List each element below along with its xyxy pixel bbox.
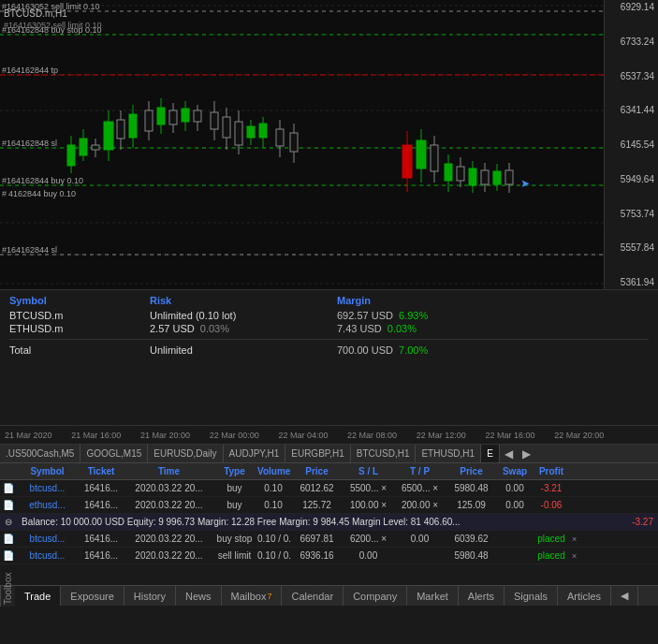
sym-tab-eurusd[interactable]: EURUSD,Daily — [148, 445, 223, 462]
pending-time-1: 2020.03.22 20... — [124, 534, 213, 544]
order-type-eth: buy — [213, 500, 256, 510]
sym-tab-eurgbp[interactable]: EURGBP,H1 — [285, 445, 351, 462]
balance-text: Balance: 10 000.00 USD Equity: 9 996.73 … — [17, 517, 632, 527]
total-row: Total Unlimited 700.00 USD 7.00% — [9, 344, 649, 356]
tab-articles[interactable]: Articles — [558, 586, 611, 606]
orders-col-price: Price — [291, 466, 343, 476]
total-margin: 700.00 USD 7.00% — [337, 344, 524, 356]
pending-price-1: 6697.81 — [291, 534, 343, 544]
pending-sl-2: 0.00 — [343, 550, 394, 561]
sym-tab-googl[interactable]: GOOGL,M15 — [80, 445, 148, 462]
pending-vol-1: 0.10 / 0... — [256, 534, 291, 544]
sym-tab-btcusd[interactable]: BTCUSD,H1 — [351, 445, 417, 462]
tab-news[interactable]: News — [176, 586, 222, 606]
svg-rect-48 — [169, 110, 177, 124]
svg-text:BTCUSD.m,H1: BTCUSD.m,H1 — [4, 8, 67, 19]
tab-company[interactable]: Company — [344, 586, 407, 606]
svg-text:➤: ➤ — [520, 177, 530, 190]
info-panel: Symbol Risk Margin BTCUSD.m Unlimited (0… — [0, 290, 658, 426]
price-5949: 5949.64 — [607, 174, 656, 184]
order-price-btc: 6012.62 — [291, 483, 343, 493]
symbol-tabs: .US500Cash,M5 GOOGL,M15 EURUSD,Daily AUD… — [0, 445, 658, 463]
sym-tab-nav-right[interactable]: ▶ — [518, 446, 535, 462]
svg-rect-0 — [0, 0, 604, 289]
pending-close-2[interactable]: × — [570, 551, 578, 561]
sym-tab-nav-left[interactable]: ◀ — [500, 446, 518, 462]
price-6341: 6341.44 — [607, 105, 656, 115]
svg-rect-90 — [457, 167, 464, 181]
order-tp-eth: 200.00 × — [394, 500, 446, 510]
btcusd-symbol: BTCUSD.m — [9, 310, 150, 321]
info-headers: Symbol Risk Margin — [9, 295, 649, 306]
pending-tp-1: 0.00 — [394, 534, 446, 544]
svg-rect-96 — [481, 170, 489, 184]
orders-area: Symbol Ticket Time Type Volume Price S /… — [0, 463, 658, 585]
sym-tab-ethusd[interactable]: ETHUSD,H1 — [416, 445, 481, 462]
orders-col-type: Type — [213, 466, 256, 476]
svg-rect-78 — [402, 145, 412, 178]
tab-mailbox[interactable]: Mailbox7 — [222, 586, 283, 606]
pending-close-1[interactable]: × — [570, 534, 578, 544]
time-label-5: 22 Mar 08:00 — [347, 431, 397, 440]
svg-rect-36 — [117, 120, 124, 139]
order-vol-eth: 0.10 — [256, 500, 291, 510]
order-vol-btc: 0.10 — [256, 483, 291, 493]
order-profit-btc: -3.21 — [533, 483, 570, 493]
order-symbol-eth[interactable]: ethusd... — [17, 500, 78, 510]
tab-more[interactable]: ◀ — [611, 586, 638, 606]
orders-col-price2: Price — [446, 466, 497, 476]
svg-rect-27 — [80, 139, 87, 155]
order-swap-eth: 0.00 — [497, 500, 533, 510]
time-label-7: 22 Mar 16:00 — [486, 431, 535, 440]
order-price2-eth: 125.09 — [446, 500, 497, 510]
orders-col-sl: S / L — [343, 466, 394, 476]
sym-tab-audjpy[interactable]: AUDJPY,H1 — [224, 445, 286, 462]
tab-signals[interactable]: Signals — [504, 586, 558, 606]
svg-rect-39 — [129, 114, 137, 138]
sym-tab-us500[interactable]: .US500Cash,M5 — [0, 445, 80, 462]
pending-symbol-1[interactable]: btcusd... — [17, 534, 78, 544]
order-time-eth: 2020.03.22 20... — [124, 500, 213, 510]
pending-symbol-2[interactable]: btcusd... — [17, 550, 78, 561]
tab-exposure[interactable]: Exposure — [61, 586, 124, 606]
order-tp-btc: 6500... × — [394, 483, 446, 493]
tab-calendar[interactable]: Calendar — [282, 586, 344, 606]
btcusd-info-row: BTCUSD.m Unlimited (0.10 lot) 692.57 USD… — [9, 310, 649, 321]
balance-expand[interactable]: ⊖ — [0, 517, 17, 527]
svg-rect-81 — [417, 140, 426, 168]
order-row-btc: 📄 btcusd... 16416... 2020.03.22 20... bu… — [0, 480, 658, 497]
symbol-header: Symbol — [9, 295, 150, 306]
info-divider — [9, 339, 649, 340]
ethusd-info-row: ETHUSD.m 2.57 USD 0.03% 7.43 USD 0.03% — [9, 323, 649, 334]
btcusd-margin: 692.57 USD 6.93% — [337, 310, 524, 321]
bottom-tabs: Toolbox Trade Exposure History News Mail… — [0, 585, 658, 606]
svg-rect-24 — [67, 145, 75, 166]
pending-type-2: sell limit — [213, 550, 256, 561]
total-risk: Unlimited — [150, 344, 337, 356]
time-label-3: 22 Mar 00:00 — [210, 431, 259, 440]
order-symbol-btc[interactable]: btcusd... — [17, 483, 78, 493]
tab-alerts[interactable]: Alerts — [459, 586, 504, 606]
ethusd-risk: 2.57 USD 0.03% — [150, 323, 337, 334]
sym-tab-e[interactable]: E — [481, 445, 500, 462]
price-6929: 6929.14 — [607, 2, 656, 12]
pending-type-1: buy stop — [213, 534, 256, 544]
total-label: Total — [9, 344, 150, 356]
time-label-1: 21 Mar 16:00 — [71, 431, 121, 440]
pending-sl-1: 6200... × — [343, 534, 394, 544]
price-5361: 5361.94 — [607, 277, 656, 287]
pending-ticket-2: 16416... — [78, 550, 124, 561]
svg-text:#164162844 tp: #164162844 tp — [2, 66, 58, 75]
tab-history[interactable]: History — [124, 586, 176, 606]
tab-market[interactable]: Market — [407, 586, 459, 606]
svg-rect-99 — [493, 171, 501, 184]
tab-trade[interactable]: Trade — [15, 586, 61, 606]
svg-rect-30 — [92, 145, 99, 150]
order-type-btc: buy — [213, 483, 256, 493]
time-label-4: 22 Mar 04:00 — [278, 431, 328, 440]
svg-text:#: # — [2, 189, 7, 198]
svg-text:4162844 buy 0.10: 4162844 buy 0.10 — [8, 189, 76, 198]
orders-col-time: Time — [124, 466, 213, 476]
ethusd-symbol: ETHUSD.m — [9, 323, 150, 334]
svg-text:#164162844 sl: #164162844 sl — [2, 245, 57, 255]
